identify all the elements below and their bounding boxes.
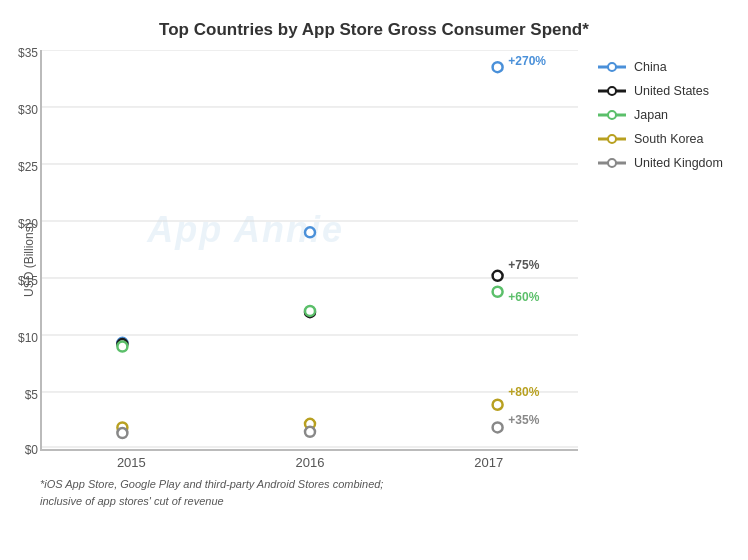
svg-point-22 [493, 422, 503, 432]
chart-container: Top Countries by App Store Gross Consume… [0, 0, 748, 560]
svg-point-10 [493, 62, 503, 72]
svg-text:+75%: +75% [508, 258, 539, 272]
legend-sk: South Korea [598, 132, 728, 146]
legend-japan: Japan [598, 108, 728, 122]
legend-sk-label: South Korea [634, 132, 704, 146]
x-label-2017: 2017 [399, 455, 578, 470]
svg-point-9 [305, 227, 315, 237]
svg-point-13 [493, 271, 503, 281]
svg-point-20 [117, 428, 127, 438]
svg-point-14 [117, 341, 127, 351]
svg-point-19 [493, 400, 503, 410]
svg-point-21 [305, 427, 315, 437]
legend-uk-label: United Kingdom [634, 156, 723, 170]
svg-point-16 [493, 287, 503, 297]
legend-us: United States [598, 84, 728, 98]
chart-svg: +270% +75% +60% +80% +35% [42, 50, 578, 449]
legend-uk: United Kingdom [598, 156, 728, 170]
legend: China United States Japan [588, 50, 728, 470]
legend-us-label: United States [634, 84, 709, 98]
legend-japan-label: Japan [634, 108, 668, 122]
legend-china: China [598, 60, 728, 74]
svg-text:+80%: +80% [508, 385, 539, 399]
legend-china-label: China [634, 60, 667, 74]
chart-title: Top Countries by App Store Gross Consume… [20, 20, 728, 40]
svg-text:+270%: +270% [508, 54, 546, 68]
x-label-2016: 2016 [221, 455, 400, 470]
footnote: *iOS App Store, Google Play and third-pa… [20, 476, 728, 509]
x-label-2015: 2015 [42, 455, 221, 470]
svg-text:+35%: +35% [508, 413, 539, 427]
svg-text:+60%: +60% [508, 290, 539, 304]
svg-point-15 [305, 306, 315, 316]
